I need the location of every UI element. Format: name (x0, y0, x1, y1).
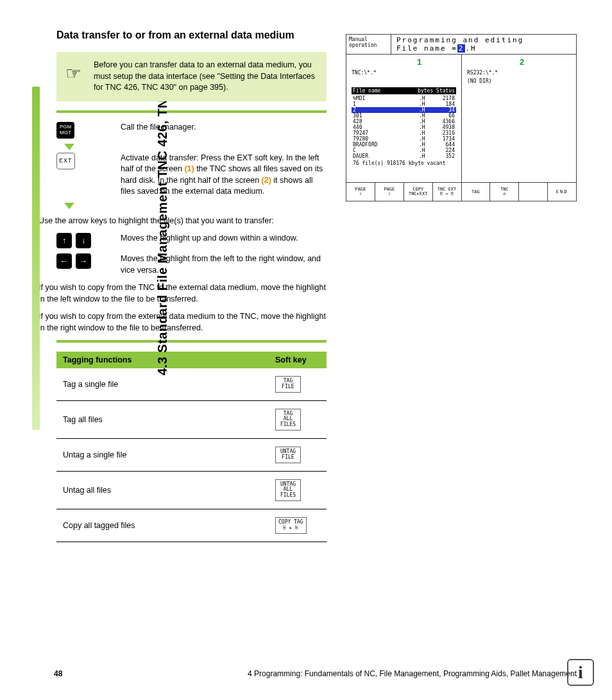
para-highlight: Use the arrow keys to highlight the file… (38, 216, 327, 227)
hand-icon: ☞ (65, 61, 81, 86)
screen-mode: Manual operation (346, 35, 391, 54)
divider (56, 340, 327, 343)
sk-end: END (548, 183, 576, 201)
section-label: 4.3 Standard File Management TNC 426, TN… (155, 63, 170, 375)
step1-text: Call the file manager. (121, 122, 327, 133)
softkey-untag-file: UNTAG FILE (275, 447, 301, 463)
key-line2: MGT (60, 130, 71, 136)
pgm-mgt-key: PGM MGT (56, 122, 74, 139)
page-heading: Data transfer to or from an external dat… (56, 29, 327, 42)
table-row: Untag all filesUNTAG ALL FILES (56, 471, 327, 509)
table-row: Copy all tagged filesCOPY TAG ⎘ ▸ ⎘ (56, 509, 327, 542)
right-path: RS232:\*.* (467, 70, 571, 76)
info-icon: i (567, 659, 594, 686)
chapter-title: 4 Programming: Fundamentals of NC, File … (81, 669, 577, 678)
sk-copy: COPY TNC▸EXT (404, 183, 433, 201)
ref-1: (1) (184, 164, 194, 173)
arrow-left-key: ← (56, 253, 72, 269)
page-number: 48 (54, 669, 62, 678)
sk-page-up: PAGE ⇧ (346, 183, 375, 201)
sk-tnc: TNC ◇ (490, 183, 519, 201)
left-column: Data transfer to or from an external dat… (56, 29, 327, 542)
arrow-down-key: ↓ (76, 233, 91, 248)
table-row: Untag a single fileUNTAG FILE (56, 438, 327, 471)
softkey-row: PAGE ⇧ PAGE ⇩ COPY TNC▸EXT TNC EXT ⎘ ↔ ⎘… (346, 182, 576, 201)
note-box: ☞ Before you can transfer data to an ext… (56, 52, 327, 101)
file-name-label: File name = (396, 44, 457, 53)
arrows-ud-text: Moves the highlight up and down within a… (121, 233, 327, 244)
note-text: Before you can transfer data to an exter… (94, 60, 315, 92)
divider (56, 110, 327, 113)
sk-tnc-ext: TNC EXT ⎘ ↔ ⎘ (433, 183, 462, 201)
file-count-footer: 76 file(s) 918176 kbyte vacant (352, 159, 456, 167)
flow-arrow-icon (64, 144, 74, 150)
sk-page-down: PAGE ⇩ (375, 183, 404, 201)
arrows-lr-text: Moves the highlight from the left to the… (121, 253, 327, 276)
table-row: Tag a single fileTAG FILE (56, 368, 327, 400)
th-softkey: Soft key (269, 352, 327, 368)
left-path: TNC:\*.* (352, 70, 456, 76)
softkey-tag-all: TAG ALL FILES (275, 409, 301, 431)
pane-number-2: 2 (520, 57, 524, 67)
softkey-tag-file: TAG FILE (275, 376, 301, 393)
page-footer: 48 4 Programming: Fundamentals of NC, Fi… (54, 669, 577, 678)
sk-tag: TAG (462, 183, 491, 201)
side-accent-bar (32, 87, 40, 430)
file-name-ext: .H (465, 44, 476, 53)
tagging-table: Tagging functions Soft key Tag a single … (56, 352, 327, 542)
right-column: Manual operation Programming and editing… (346, 29, 577, 542)
flow-arrow-icon (64, 203, 74, 209)
softkey-untag-all: UNTAG ALL FILES (275, 479, 301, 501)
ref-2: (2) (262, 176, 271, 185)
arrow-right-key: → (76, 253, 91, 269)
pane-external: 2 RS232:\*.* (NO DIR) (461, 55, 576, 182)
selected-file: 2.H34 (352, 107, 456, 113)
pane-number-1: 1 (417, 57, 421, 67)
tnc-screen: Manual operation Programming and editing… (346, 34, 577, 201)
no-dir: (NO DIR) (467, 78, 571, 84)
file-name-value: 2 (457, 44, 466, 53)
ext-key: EXT (56, 153, 75, 169)
para-copy-to-ext: If you wish to copy from the TNC to the … (38, 282, 327, 305)
step2-text: Activate data transfer: Press the EXT so… (121, 153, 327, 198)
screen-title: Programming and editing (396, 36, 571, 44)
softkey-copy-tag: COPY TAG ⎘ ▸ ⎘ (275, 517, 307, 534)
para-copy-from-ext: If you wish to copy from the external da… (38, 311, 327, 334)
pane-tnc: 1 TNC:\*.* File namebytes Status %MDI.H2… (346, 55, 461, 182)
table-row: Tag all filesTAG ALL FILES (56, 400, 327, 438)
arrow-up-key: ↑ (56, 233, 72, 248)
sk-empty (519, 183, 548, 201)
